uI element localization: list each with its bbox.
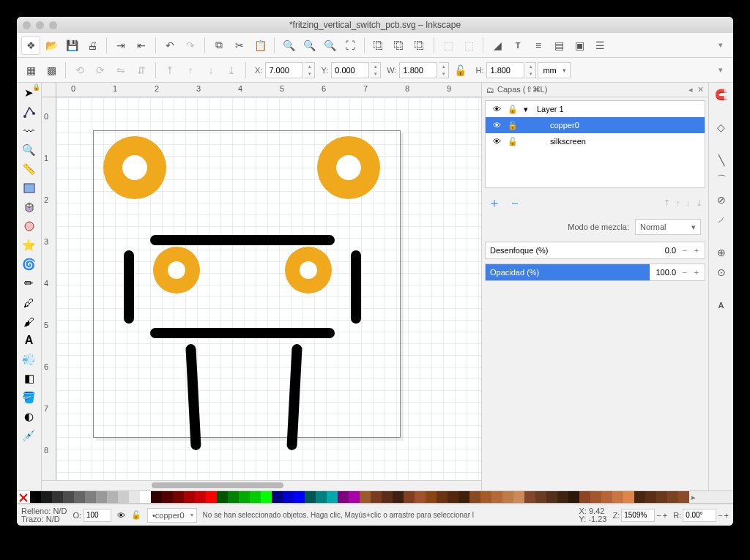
opacity-plus[interactable]: +: [691, 268, 702, 277]
h-input[interactable]: [486, 62, 524, 78]
color-swatch[interactable]: [415, 491, 426, 503]
layer-bottom-button[interactable]: ⤓: [696, 198, 702, 208]
paste-button[interactable]: 📋: [250, 36, 270, 55]
color-swatch[interactable]: [85, 491, 96, 503]
lock-aspect-button[interactable]: 🔓: [450, 61, 469, 80]
color-swatch[interactable]: [272, 491, 283, 503]
color-swatch[interactable]: [338, 491, 349, 503]
spiral-tool[interactable]: 🌀: [19, 255, 40, 273]
star-tool[interactable]: ⭐: [19, 236, 40, 254]
color-swatch[interactable]: [239, 491, 250, 503]
layers-dialog-button[interactable]: ▣: [570, 36, 589, 55]
color-swatch[interactable]: [535, 491, 546, 503]
rotate-ccw-button[interactable]: ⟲: [70, 61, 89, 80]
color-swatch[interactable]: [371, 491, 382, 503]
horizontal-scrollbar[interactable]: [42, 480, 481, 490]
color-swatch[interactable]: [557, 491, 568, 503]
y-input[interactable]: [331, 62, 369, 78]
blend-mode-select[interactable]: Normal: [635, 219, 701, 235]
color-swatch[interactable]: [426, 491, 437, 503]
open-button[interactable]: 📂: [42, 36, 61, 55]
eye-icon[interactable]: 👁: [117, 511, 125, 520]
canvas[interactable]: [56, 97, 481, 480]
snap-rotation-button[interactable]: ⊙: [712, 264, 731, 281]
flip-h-button[interactable]: ⇋: [111, 61, 130, 80]
color-swatch[interactable]: [393, 491, 404, 503]
color-swatch[interactable]: [568, 491, 579, 503]
x-spinner[interactable]: ▴▾: [305, 62, 315, 78]
color-swatch[interactable]: [590, 491, 601, 503]
color-swatch[interactable]: [382, 491, 393, 503]
raise-top-button[interactable]: ⤒: [160, 61, 179, 80]
y-spinner[interactable]: ▴▾: [371, 62, 381, 78]
no-color-swatch[interactable]: [17, 491, 30, 503]
selector-tool[interactable]: ➤: [19, 84, 40, 102]
undo-button[interactable]: ↶: [160, 36, 179, 55]
expand-icon[interactable]: ▾: [524, 105, 531, 114]
color-swatch[interactable]: [634, 491, 645, 503]
color-swatch[interactable]: [524, 491, 535, 503]
color-swatch[interactable]: [305, 491, 316, 503]
snap-bbox-button[interactable]: ◇: [712, 119, 731, 136]
color-swatch[interactable]: [360, 491, 371, 503]
snap-text-button[interactable]: A: [712, 296, 731, 314]
color-swatch[interactable]: [437, 491, 448, 503]
color-swatch[interactable]: [63, 491, 74, 503]
toolbar-overflow[interactable]: ▾: [713, 36, 729, 55]
node-tool[interactable]: [19, 103, 40, 121]
rotate-cw-button[interactable]: ⟳: [91, 61, 110, 80]
visibility-icon[interactable]: 👁: [491, 121, 502, 130]
current-layer-indicator[interactable]: •copper0: [147, 508, 197, 523]
color-swatch[interactable]: [184, 491, 195, 503]
3dbox-tool[interactable]: [19, 198, 40, 216]
color-swatch[interactable]: [448, 491, 458, 503]
color-swatch[interactable]: [151, 491, 162, 503]
zoom-tool[interactable]: 🔍: [19, 141, 40, 159]
color-swatch[interactable]: [173, 491, 184, 503]
color-swatch[interactable]: [656, 491, 667, 503]
layer-top-button[interactable]: ⤒: [664, 198, 670, 208]
color-swatch[interactable]: [480, 491, 491, 503]
raise-button[interactable]: ↑: [181, 61, 200, 80]
zoom-minus[interactable]: −: [656, 511, 661, 520]
color-swatch[interactable]: [294, 491, 305, 503]
ruler-horizontal[interactable]: 0123456789: [56, 83, 481, 97]
h-spinner[interactable]: ▴▾: [526, 62, 536, 78]
lower-bottom-button[interactable]: ⤓: [222, 61, 241, 80]
color-swatch[interactable]: [513, 491, 524, 503]
zoom-out-button[interactable]: 🔍: [300, 36, 319, 55]
print-button[interactable]: 🖨: [83, 36, 102, 55]
color-swatch[interactable]: [52, 491, 63, 503]
color-swatch[interactable]: [107, 491, 118, 503]
color-swatch[interactable]: [601, 491, 612, 503]
zoom-fit-button[interactable]: 🔍: [320, 36, 339, 55]
color-swatch[interactable]: [283, 491, 294, 503]
opacity-slider[interactable]: Opacidad (%) 100.0 −+: [485, 264, 705, 281]
group-button[interactable]: ⬚: [439, 36, 458, 55]
color-swatch[interactable]: [250, 491, 261, 503]
opacity-field[interactable]: O:: [73, 509, 111, 522]
calligraphy-tool[interactable]: 🖌: [19, 313, 40, 330]
color-swatch[interactable]: [228, 491, 239, 503]
align-dialog-button[interactable]: ▤: [549, 36, 568, 55]
ungroup-button[interactable]: ⬚: [459, 36, 478, 55]
blur-minus[interactable]: −: [679, 246, 691, 255]
export-button[interactable]: ⇤: [132, 36, 151, 55]
gradient-tool[interactable]: ◐: [19, 408, 40, 425]
color-swatch[interactable]: [546, 491, 557, 503]
units-select[interactable]: mm: [538, 62, 570, 78]
color-swatch[interactable]: [678, 491, 689, 503]
color-swatch[interactable]: [623, 491, 634, 503]
unlink-button[interactable]: ⿻: [410, 36, 429, 55]
dropper-tool[interactable]: 💉: [19, 427, 40, 444]
color-swatch[interactable]: [261, 491, 272, 503]
color-swatch[interactable]: [458, 491, 469, 503]
color-swatch[interactable]: [469, 491, 480, 503]
panel-minimize-button[interactable]: ◂: [688, 85, 693, 94]
snap-cusp-button[interactable]: ⟋: [712, 211, 731, 228]
pencil-tool[interactable]: ✏: [19, 275, 40, 292]
color-swatch[interactable]: [74, 491, 85, 503]
add-layer-button[interactable]: ＋: [488, 194, 501, 212]
xml-editor-button[interactable]: ≡: [529, 36, 548, 55]
spray-tool[interactable]: 💨: [19, 351, 40, 368]
